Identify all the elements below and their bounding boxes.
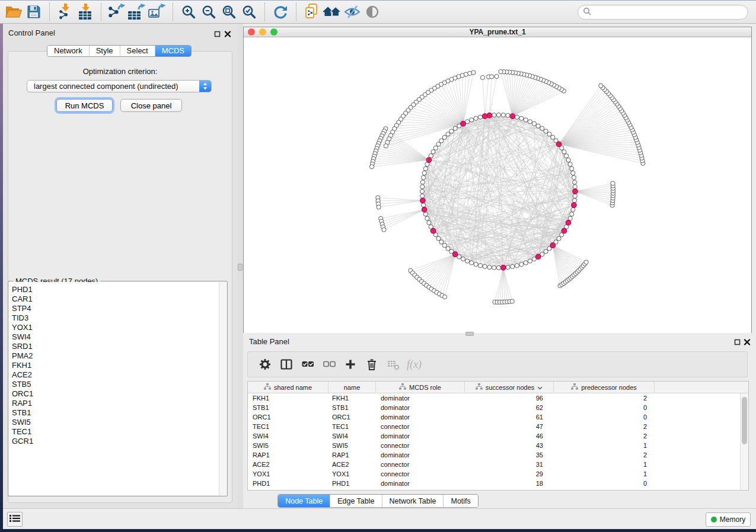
tab-select[interactable]: Select [120,46,155,56]
mcds-result-item[interactable]: GCR1 [9,437,33,446]
network-node[interactable] [564,154,569,158]
network-node[interactable] [431,150,435,154]
table-scrollbar-thumb[interactable] [742,397,747,444]
dominator-node[interactable] [422,207,427,213]
network-node[interactable] [519,262,524,267]
tab-style[interactable]: Style [89,46,120,56]
network-node[interactable] [506,113,510,117]
dominator-node[interactable] [510,114,515,119]
network-node[interactable] [420,194,425,198]
tab-network-table[interactable]: Network Table [382,495,444,507]
network-node[interactable] [524,261,528,265]
add-column-icon[interactable] [340,355,361,373]
network-node[interactable] [571,171,575,175]
network-node[interactable] [449,129,454,133]
network-node[interactable] [611,181,615,185]
network-node[interactable] [599,84,603,88]
mcds-result-item[interactable]: ACE2 [9,370,33,380]
mcds-result-item[interactable]: PMA2 [9,351,33,361]
network-node[interactable] [544,129,548,133]
run-mcds-button[interactable]: Run MCDS [56,99,113,112]
network-node[interactable] [572,175,576,180]
mcds-result-item[interactable]: TEC1 [9,427,33,437]
vertical-splitter-handle[interactable] [238,264,243,271]
network-node[interactable] [496,113,500,117]
network-node[interactable] [436,236,441,241]
table-scrollbar[interactable] [740,393,748,490]
zoom-out-icon[interactable] [199,2,219,21]
network-node[interactable] [423,166,428,171]
mcds-result-item[interactable]: SRD1 [9,342,33,351]
network-node[interactable] [492,265,496,270]
dominator-node[interactable] [482,114,487,119]
network-node[interactable] [422,171,426,175]
network-node[interactable] [422,175,426,180]
network-node[interactable] [446,132,450,136]
network-node[interactable] [465,259,470,263]
table-row[interactable]: SWI5SWI5connector431 [248,441,740,450]
go-home-icon[interactable] [322,2,342,21]
table-row[interactable]: ACE2ACE2connector311 [248,460,740,469]
network-node[interactable] [479,115,483,119]
network-node[interactable] [532,121,536,126]
deselect-all-icon[interactable] [318,355,340,373]
mcds-result-item[interactable]: SWI5 [9,418,33,427]
network-node[interactable] [442,243,446,248]
tab-node-table[interactable]: Node Table [278,495,330,507]
table-float-panel-icon[interactable] [733,338,741,346]
network-node[interactable] [420,180,425,184]
mcds-result-item[interactable]: STB5 [9,380,33,389]
mcds-result-item[interactable]: STB1 [9,408,33,418]
export-image-icon[interactable] [147,2,167,21]
column-header-shared-name[interactable]: shared name [248,382,328,393]
network-node[interactable] [511,264,515,268]
task-history-button[interactable] [7,512,23,527]
network-node[interactable] [568,162,572,166]
export-table-icon[interactable] [127,2,147,21]
table-row[interactable]: ORC1ORC1dominator610 [248,412,740,422]
tab-motifs[interactable]: Motifs [443,495,477,507]
dominator-node[interactable] [573,189,578,194]
network-window-titlebar[interactable]: YPA_prune.txt_1 [244,27,751,37]
network-node[interactable] [547,132,551,136]
network-node[interactable] [461,257,465,261]
network-node[interactable] [584,260,588,264]
criterion-dropdown[interactable]: largest connected component (undirected) [27,80,212,92]
function-builder-icon[interactable]: f(x) [404,355,425,373]
network-node[interactable] [490,75,494,79]
network-node[interactable] [562,150,566,154]
clone-network-icon[interactable] [302,2,322,21]
network-node[interactable] [480,75,484,79]
table-settings-icon[interactable] [254,355,276,373]
tab-mcds[interactable]: MCDS [155,46,191,56]
column-header-successor-nodes[interactable]: successor nodes [465,382,554,393]
network-node[interactable] [382,227,386,232]
mcds-result-item[interactable]: SWI4 [9,332,33,342]
network-node[interactable] [425,216,429,220]
network-node[interactable] [540,126,544,130]
mcds-result-item[interactable]: RAP1 [9,399,33,408]
split-panel-icon[interactable] [276,355,297,373]
table-close-panel-icon[interactable] [743,338,751,346]
network-node[interactable] [506,265,510,270]
network-node[interactable] [519,116,524,120]
network-node[interactable] [439,240,444,244]
dominator-node[interactable] [562,228,567,233]
mcds-result-item[interactable]: STP4 [9,304,33,313]
network-node[interactable] [496,265,500,270]
show-graphics-details-icon[interactable] [362,2,382,21]
network-node[interactable] [446,246,450,251]
network-node[interactable] [524,118,528,122]
refresh-layout-icon[interactable] [270,2,291,21]
tab-edge-table[interactable]: Edge Table [330,495,381,507]
table-row[interactable]: STB1STB1dominator620 [248,403,740,412]
network-node[interactable] [439,139,444,143]
mcds-result-item[interactable]: YOX1 [9,323,33,332]
network-node[interactable] [551,135,555,139]
export-network-icon[interactable] [107,2,127,21]
table-row[interactable]: SWI4SWI4dominator462 [248,431,740,441]
zoom-in-icon[interactable] [178,2,199,21]
network-node[interactable] [474,116,478,120]
import-network-icon[interactable] [55,2,75,21]
close-panel-icon[interactable] [224,30,231,38]
